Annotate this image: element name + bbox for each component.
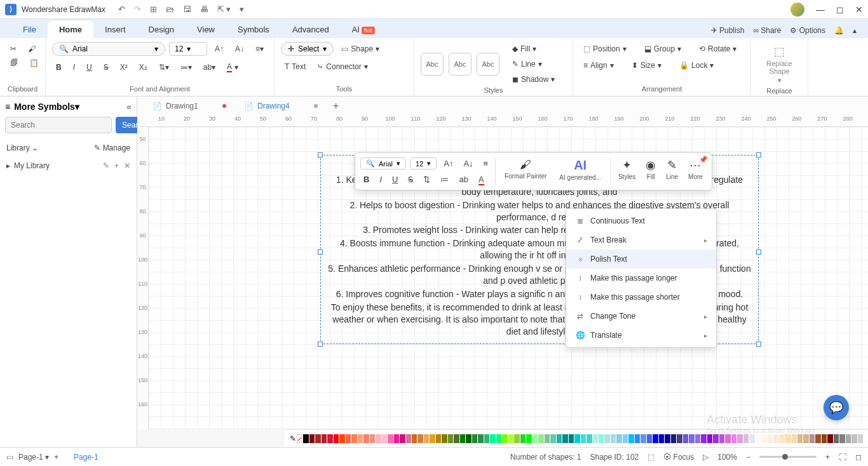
library-remove-icon[interactable]: ✕ xyxy=(124,161,130,170)
undo-icon[interactable]: ↶ xyxy=(118,4,125,14)
mini-fill[interactable]: ◉Fill xyxy=(642,157,660,182)
palette-swatch[interactable] xyxy=(719,434,724,443)
palette-swatch[interactable] xyxy=(846,434,851,443)
menu-continuous-text[interactable]: ≣Continuous Text xyxy=(566,211,716,230)
bullets-icon[interactable]: ≔▾ xyxy=(177,60,196,74)
palette-swatch[interactable] xyxy=(538,434,543,443)
mini-grow-font-icon[interactable]: A↑ xyxy=(440,157,456,170)
line-spacing-icon[interactable]: ⇅▾ xyxy=(155,60,173,74)
palette-swatch[interactable] xyxy=(611,434,616,443)
palette-swatch[interactable] xyxy=(623,434,628,443)
collapse-ribbon-icon[interactable]: ▴ xyxy=(853,26,857,35)
palette-swatch[interactable] xyxy=(466,434,471,443)
palette-swatch[interactable] xyxy=(363,434,369,443)
align-icon[interactable]: ≡▾ xyxy=(252,42,268,56)
palette-swatch[interactable] xyxy=(412,434,417,443)
symbol-search-input[interactable] xyxy=(5,117,112,133)
menu-polish-text[interactable]: ⟐Polish Text xyxy=(566,250,716,269)
shrink-font-icon[interactable]: A↓ xyxy=(231,42,248,56)
strike-icon[interactable]: S̶ xyxy=(100,60,112,74)
redo-icon[interactable]: ↷ xyxy=(134,4,141,14)
play-icon[interactable]: ▷ xyxy=(703,453,709,462)
palette-swatch[interactable] xyxy=(731,434,736,443)
palette-swatch[interactable] xyxy=(436,434,441,443)
palette-swatch[interactable] xyxy=(532,434,538,443)
palette-swatch[interactable] xyxy=(604,434,609,443)
tab-file[interactable]: File xyxy=(11,21,48,38)
mini-styles[interactable]: ✦Styles xyxy=(614,157,639,182)
connector-tool[interactable]: ⤷ Connector ▾ xyxy=(313,60,371,74)
palette-swatch[interactable] xyxy=(514,434,519,443)
palette-swatch[interactable] xyxy=(346,434,351,443)
palette-swatch[interactable] xyxy=(773,434,778,443)
mini-line[interactable]: ✎Line xyxy=(662,157,682,182)
palette-swatch[interactable] xyxy=(683,434,688,443)
palette-swatch[interactable] xyxy=(508,434,513,443)
fill-dropdown[interactable]: ◆ Fill ▾ xyxy=(508,42,559,56)
minimize-button[interactable]: — xyxy=(816,4,825,15)
mini-format-painter[interactable]: 🖌Format Painter xyxy=(499,157,552,181)
palette-swatch[interactable] xyxy=(303,434,308,443)
palette-swatch[interactable] xyxy=(851,434,857,443)
palette-swatch[interactable] xyxy=(442,434,447,443)
align-dropdown[interactable]: ≡ Align▾ xyxy=(580,58,618,72)
cut-icon[interactable]: ✂ xyxy=(6,42,20,56)
palette-swatch[interactable] xyxy=(460,434,465,443)
mini-size-combo[interactable]: 12 ▾ xyxy=(410,157,437,170)
palette-swatch[interactable] xyxy=(430,434,435,443)
paste-icon[interactable]: 📋 xyxy=(25,56,43,70)
palette-no-color[interactable] xyxy=(297,434,302,443)
palette-swatch[interactable] xyxy=(792,434,797,443)
share-button[interactable]: ∞ Share xyxy=(753,26,781,35)
tab-advanced[interactable]: Advanced xyxy=(281,21,341,38)
lock-dropdown[interactable]: 🔒 Lock▾ xyxy=(675,58,717,72)
palette-swatch[interactable] xyxy=(339,434,344,443)
palette-swatch[interactable] xyxy=(472,434,477,443)
italic-icon[interactable]: I xyxy=(69,60,79,74)
menu-make-longer[interactable]: ↕Make this passage longer xyxy=(566,269,716,288)
palette-swatch[interactable] xyxy=(593,434,598,443)
tab-ai[interactable]: AIhot xyxy=(341,21,386,38)
palette-swatch[interactable] xyxy=(388,434,393,443)
style-preset-1[interactable]: Abc xyxy=(421,53,444,76)
replace-shape-button[interactable]: ⬚ Replace Shape ▾ xyxy=(757,42,801,87)
qat-more-icon[interactable]: ▾ xyxy=(240,4,244,14)
style-preset-2[interactable]: Abc xyxy=(449,53,471,76)
mini-align-icon[interactable]: ≡ xyxy=(480,157,492,170)
size-dropdown[interactable]: ⬍ Size▾ xyxy=(628,58,665,72)
palette-swatch[interactable] xyxy=(574,434,580,443)
palette-swatch[interactable] xyxy=(628,434,634,443)
palette-swatch[interactable] xyxy=(526,434,531,443)
palette-swatch[interactable] xyxy=(370,434,375,443)
palette-swatch[interactable] xyxy=(815,434,820,443)
zoom-in-button[interactable]: + xyxy=(825,453,830,462)
palette-swatch[interactable] xyxy=(768,434,773,443)
palette-swatch[interactable] xyxy=(665,434,670,443)
my-library-label[interactable]: My Library xyxy=(14,161,50,170)
focus-button[interactable]: ⦿ Focus xyxy=(663,453,694,462)
palette-swatch[interactable] xyxy=(581,434,586,443)
palette-swatch[interactable] xyxy=(725,434,730,443)
fullscreen-icon[interactable]: ◻ xyxy=(855,453,862,462)
palette-swatch[interactable] xyxy=(647,434,652,443)
highlight-icon[interactable]: ab▾ xyxy=(200,60,219,74)
add-page-button[interactable]: + xyxy=(54,453,58,462)
palette-swatch[interactable] xyxy=(761,434,766,443)
palette-swatch[interactable] xyxy=(827,434,832,443)
palette-swatch[interactable] xyxy=(382,434,387,443)
shape-tool[interactable]: ▭ Shape ▾ xyxy=(337,42,383,56)
palette-swatch[interactable] xyxy=(322,434,327,443)
tab-view[interactable]: View xyxy=(186,21,226,38)
mini-italic-icon[interactable]: I xyxy=(376,173,385,186)
palette-swatch[interactable] xyxy=(756,434,761,443)
palette-swatch[interactable] xyxy=(327,434,332,443)
palette-swatch[interactable] xyxy=(490,434,495,443)
subscript-icon[interactable]: X₂ xyxy=(135,60,151,74)
palette-swatch[interactable] xyxy=(496,434,501,443)
palette-swatch[interactable] xyxy=(635,434,640,443)
palette-swatch[interactable] xyxy=(599,434,604,443)
palette-swatch[interactable] xyxy=(502,434,507,443)
underline-icon[interactable]: U xyxy=(83,60,96,74)
manage-button[interactable]: ✎ Manage xyxy=(94,143,130,152)
palette-swatch[interactable] xyxy=(671,434,676,443)
